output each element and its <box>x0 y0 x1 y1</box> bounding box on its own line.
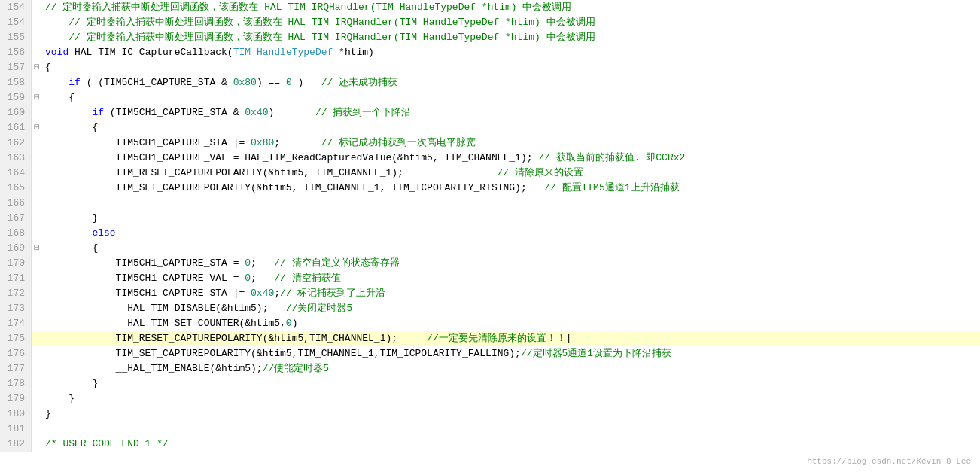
table-row: 172 TIM5CH1_CAPTURE_STA |= 0x40;// 标记捕获到… <box>0 286 980 301</box>
table-row: 156 void HAL_TIM_IC_CaptureCallback(TIM_… <box>0 45 980 60</box>
code-content: TIM5CH1_CAPTURE_STA |= 0x40;// 标记捕获到了上升沿 <box>42 286 980 301</box>
table-row: 155 // 定时器输入捕获中断处理回调函数，该函数在 HAL_TIM_IRQH… <box>0 30 980 45</box>
line-number: 181 <box>0 422 32 437</box>
code-content: __HAL_TIM_ENABLE(&htim5);//使能定时器5 <box>42 361 980 376</box>
table-row: 173 __HAL_TIM_DISABLE(&htim5); //关闭定时器5 <box>0 301 980 316</box>
table-row: 161 ⊟ { <box>0 120 980 136</box>
code-content: // 定时器输入捕获中断处理回调函数，该函数在 HAL_TIM_IRQHandl… <box>42 0 980 15</box>
code-content: // 定时器输入捕获中断处理回调函数，该函数在 HAL_TIM_IRQHandl… <box>42 30 980 45</box>
code-content: } <box>42 391 980 407</box>
code-content: __HAL_TIM_DISABLE(&htim5); //关闭定时器5 <box>42 301 980 316</box>
line-number: 161 <box>0 120 32 136</box>
code-content: TIM_SET_CAPTUREPOLARITY(&htim5, TIM_CHAN… <box>42 181 980 196</box>
code-content: // 定时器输入捕获中断处理回调函数，该函数在 HAL_TIM_IRQHandl… <box>42 15 980 30</box>
line-number: 156 <box>0 45 32 60</box>
table-row: 169 ⊟ { <box>0 241 980 256</box>
code-content: else <box>42 226 980 241</box>
line-number: 165 <box>0 181 32 196</box>
code-content <box>42 422 980 437</box>
table-row: 163 TIM5CH1_CAPTURE_VAL = HAL_TIM_ReadCa… <box>0 151 980 166</box>
table-row: 160 if (TIM5CH1_CAPTURE_STA & 0x40) // 捕… <box>0 105 980 120</box>
code-content: { <box>42 60 980 75</box>
code-content: if ( (TIM5CH1_CAPTURE_STA & 0x80) == 0 )… <box>42 75 980 90</box>
code-content: /* USER CODE END 1 */ <box>42 437 980 452</box>
watermark-text: https://blog.csdn.net/Kevin_8_Lee <box>807 457 971 466</box>
line-number: 173 <box>0 301 32 316</box>
table-row: 164 TIM_RESET_CAPTUREPOLARITY(&htim5, TI… <box>0 166 980 181</box>
table-row: 178 } <box>0 376 980 391</box>
code-content: { <box>42 90 980 105</box>
code-content <box>42 196 980 211</box>
table-row: 167 } <box>0 211 980 226</box>
line-number: 157 <box>0 60 32 75</box>
table-row: 154 // 定时器输入捕获中断处理回调函数，该函数在 HAL_TIM_IRQH… <box>0 0 980 15</box>
code-content: TIM5CH1_CAPTURE_VAL = 0; // 清空捕获值 <box>42 271 980 286</box>
line-number: 164 <box>0 166 32 181</box>
table-row: 179 } <box>0 391 980 407</box>
code-content: } <box>42 376 980 391</box>
code-editor: 154 // 定时器输入捕获中断处理回调函数，该函数在 HAL_TIM_IRQH… <box>0 0 980 472</box>
code-content: void HAL_TIM_IC_CaptureCallback(TIM_Hand… <box>42 45 980 60</box>
table-row: 158 if ( (TIM5CH1_CAPTURE_STA & 0x80) ==… <box>0 75 980 90</box>
code-content: } <box>42 407 980 422</box>
line-number: 154 <box>0 15 32 30</box>
fold-icon[interactable]: ⊟ <box>32 60 42 75</box>
table-row: 165 TIM_SET_CAPTUREPOLARITY(&htim5, TIM_… <box>0 181 980 196</box>
table-row: 180 } <box>0 407 980 422</box>
line-number: 175 <box>0 331 32 346</box>
line-number: 167 <box>0 211 32 226</box>
code-content: TIM5CH1_CAPTURE_VAL = HAL_TIM_ReadCaptur… <box>42 151 980 166</box>
code-content: } <box>42 211 980 226</box>
line-number: 177 <box>0 361 32 376</box>
code-content: TIM5CH1_CAPTURE_STA |= 0x80; // 标记成功捕获到一… <box>42 136 980 151</box>
line-number: 176 <box>0 346 32 361</box>
fold-icon[interactable]: ⊟ <box>32 241 42 256</box>
table-row: 154 // 定时器输入捕获中断处理回调函数，该函数在 HAL_TIM_IRQH… <box>0 15 980 30</box>
table-row: 177 __HAL_TIM_ENABLE(&htim5);//使能定时器5 <box>0 361 980 376</box>
table-row: 171 TIM5CH1_CAPTURE_VAL = 0; // 清空捕获值 <box>0 271 980 286</box>
line-number: 182 <box>0 437 32 452</box>
line-number: 171 <box>0 271 32 286</box>
table-row: 159 ⊟ { <box>0 90 980 105</box>
table-row: 174 __HAL_TIM_SET_COUNTER(&htim5,0) <box>0 316 980 331</box>
code-content: if (TIM5CH1_CAPTURE_STA & 0x40) // 捕获到一个… <box>42 105 980 120</box>
code-content: TIM5CH1_CAPTURE_STA = 0; // 清空自定义的状态寄存器 <box>42 256 980 271</box>
line-number: 174 <box>0 316 32 331</box>
line-number: 178 <box>0 376 32 391</box>
table-row: 166 <box>0 196 980 211</box>
code-content: TIM_SET_CAPTUREPOLARITY(&htim5,TIM_CHANN… <box>42 346 980 361</box>
table-row: 162 TIM5CH1_CAPTURE_STA |= 0x80; // 标记成功… <box>0 136 980 151</box>
code-content: { <box>42 241 980 256</box>
line-number: 162 <box>0 136 32 151</box>
table-row: 181 <box>0 422 980 437</box>
code-content: TIM_RESET_CAPTUREPOLARITY(&htim5, TIM_CH… <box>42 166 980 181</box>
line-number: 170 <box>0 256 32 271</box>
line-number: 158 <box>0 75 32 90</box>
line-number: 168 <box>0 226 32 241</box>
code-content: TIM_RESET_CAPTUREPOLARITY(&htim5,TIM_CHA… <box>42 331 980 346</box>
line-number: 169 <box>0 241 32 256</box>
line-number: 155 <box>0 30 32 45</box>
code-content: __HAL_TIM_SET_COUNTER(&htim5,0) <box>42 316 980 331</box>
line-number: 172 <box>0 286 32 301</box>
table-row: 176 TIM_SET_CAPTUREPOLARITY(&htim5,TIM_C… <box>0 346 980 361</box>
line-number: 180 <box>0 407 32 422</box>
table-row: 175 TIM_RESET_CAPTUREPOLARITY(&htim5,TIM… <box>0 331 980 346</box>
line-number: 163 <box>0 151 32 166</box>
code-content: { <box>42 120 980 136</box>
table-row: 182 /* USER CODE END 1 */ <box>0 437 980 452</box>
line-number: 179 <box>0 391 32 407</box>
line-number: 166 <box>0 196 32 211</box>
table-row: 168 else <box>0 226 980 241</box>
fold-icon[interactable]: ⊟ <box>32 90 42 105</box>
line-number: 159 <box>0 90 32 105</box>
table-row: 157 ⊟ { <box>0 60 980 75</box>
line-number: 154 <box>0 0 32 15</box>
fold-icon[interactable]: ⊟ <box>32 120 42 136</box>
table-row: 170 TIM5CH1_CAPTURE_STA = 0; // 清空自定义的状态… <box>0 256 980 271</box>
line-number: 160 <box>0 105 32 120</box>
